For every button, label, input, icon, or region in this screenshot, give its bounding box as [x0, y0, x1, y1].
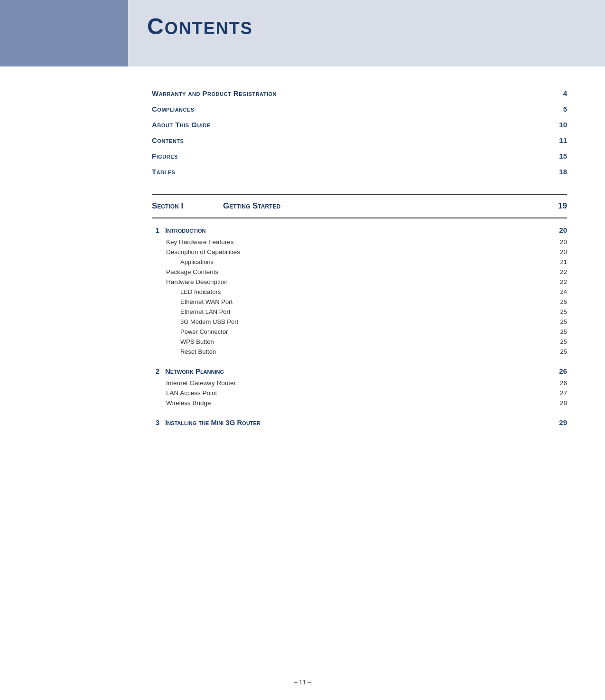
sub-page-hardware-desc: 22	[553, 278, 567, 285]
chapter-1-num-title: 1 Introduction	[152, 226, 205, 234]
toc-section: Warranty and Product Registration 4 Comp…	[152, 85, 567, 180]
page-title: CONTENTS	[147, 13, 586, 39]
deep-page-usb: 25	[553, 318, 567, 325]
ch1-sub-key-hardware: Key Hardware Features 20	[152, 237, 567, 247]
deep-title-lan: Ethernet LAN Port	[180, 308, 231, 315]
deep-title-power: Power Connector	[180, 328, 228, 335]
chapter-2-num-title: 2 Network Planning	[152, 367, 224, 375]
sub-title-lan-ap: LAN Access Point	[166, 389, 217, 397]
chapter-2-page: 26	[553, 367, 567, 375]
ch1-deep-reset: Reset Button 25	[152, 347, 567, 357]
sub-page-lan-ap: 27	[553, 389, 567, 397]
ch1-deep-usb: 3G Modem USB Port 25	[152, 317, 567, 327]
chapter-1-block: 1 Introduction 20 Key Hardware Features …	[152, 223, 567, 357]
page: CONTENTS Warranty and Product Registrati…	[0, 0, 605, 700]
deep-page-wan: 25	[553, 298, 567, 305]
toc-title-compliances: Compliances	[152, 105, 195, 113]
sub-page-desc-capabilities: 20	[553, 248, 567, 255]
sub-page-internet-gw: 26	[553, 379, 567, 387]
sub-title-internet-gw: Internet Gateway Router	[166, 379, 236, 387]
toc-page-contents: 11	[553, 136, 567, 144]
ch1-sub-desc-capabilities: Description of Capabilities 20	[152, 247, 567, 257]
deep-page-led: 24	[553, 288, 567, 295]
chapter-2-num: 2	[152, 367, 159, 375]
ch1-sub-hardware-desc: Hardware Description 22	[152, 277, 567, 287]
toc-page-figures: 15	[553, 152, 567, 160]
deep-title-led: LED Indicators	[180, 288, 221, 295]
deep-title-usb: 3G Modem USB Port	[180, 318, 238, 325]
ch2-sub-lan-ap: LAN Access Point 27	[152, 388, 567, 398]
toc-page-tables: 18	[553, 168, 567, 176]
chapter-2-row: 2 Network Planning 26	[152, 364, 567, 378]
chapter-3-title: Installing the Mini 3G Router	[165, 418, 261, 426]
header-banner: CONTENTS	[0, 0, 605, 66]
chapter-3-page: 29	[553, 418, 567, 426]
section-i-header: Section I Getting Started 19	[152, 195, 567, 218]
toc-title-tables: Tables	[152, 168, 175, 176]
toc-entry-figures: Figures 15	[152, 148, 567, 164]
section-i-page: 19	[553, 201, 567, 211]
footer-text: – 11 –	[294, 679, 311, 686]
ch1-deep-wps: WPS Button 25	[152, 337, 567, 347]
deep-title-reset: Reset Button	[180, 348, 216, 355]
ch2-sub-internet-gw: Internet Gateway Router 26	[152, 378, 567, 388]
ch1-sub-package-contents: Package Contents 22	[152, 267, 567, 277]
toc-title-figures: Figures	[152, 152, 178, 160]
toc-entry-contents: Contents 11	[152, 132, 567, 148]
section-i-label: Section I	[152, 201, 214, 211]
deep-page-wps: 25	[553, 338, 567, 345]
deep-title-applications: Applications	[180, 258, 214, 265]
toc-entry-warranty: Warranty and Product Registration 4	[152, 85, 567, 101]
sub-page-key-hardware: 20	[553, 238, 567, 246]
deep-title-wan: Ethernet WAN Port	[180, 298, 233, 305]
toc-entry-about: About This Guide 10	[152, 117, 567, 132]
chapter-1-title: Introduction	[165, 226, 205, 234]
deep-page-applications: 21	[553, 258, 567, 265]
deep-page-reset: 25	[553, 348, 567, 355]
ch2-sub-wireless-bridge: Wireless Bridge 28	[152, 398, 567, 408]
chapter-1-page: 20	[553, 226, 567, 234]
chapter-3-block: 3 Installing the Mini 3G Router 29	[152, 416, 567, 429]
sub-title-package-contents: Package Contents	[166, 268, 218, 275]
chapter-2-title: Network Planning	[165, 367, 224, 375]
sub-title-wireless-bridge: Wireless Bridge	[166, 399, 211, 407]
chapter-2-block: 2 Network Planning 26 Internet Gateway R…	[152, 364, 567, 408]
sub-page-wireless-bridge: 28	[553, 399, 567, 407]
sub-title-hardware-desc: Hardware Description	[166, 278, 228, 285]
deep-page-power: 25	[553, 328, 567, 335]
footer: – 11 –	[0, 669, 605, 691]
toc-page-about: 10	[553, 121, 567, 129]
ch1-deep-wan: Ethernet WAN Port 25	[152, 297, 567, 307]
deep-title-wps: WPS Button	[180, 338, 214, 345]
toc-title-about: About This Guide	[152, 121, 211, 129]
toc-title-contents: Contents	[152, 136, 184, 144]
chapter-3-num-title: 3 Installing the Mini 3G Router	[152, 418, 261, 426]
content-area: Warranty and Product Registration 4 Comp…	[0, 66, 605, 448]
sub-page-package-contents: 22	[553, 268, 567, 275]
header-title-area: CONTENTS	[128, 0, 605, 53]
deep-page-lan: 25	[553, 308, 567, 315]
toc-page-compliances: 5	[553, 105, 567, 113]
sub-title-desc-capabilities: Description of Capabilities	[166, 248, 240, 255]
toc-title-warranty: Warranty and Product Registration	[152, 89, 277, 97]
toc-page-warranty: 4	[553, 89, 567, 97]
ch1-deep-lan: Ethernet LAN Port 25	[152, 307, 567, 317]
toc-entry-compliances: Compliances 5	[152, 101, 567, 117]
chapter-1-num: 1	[152, 226, 159, 234]
ch1-deep-applications: Applications 21	[152, 257, 567, 267]
chapter-3-row: 3 Installing the Mini 3G Router 29	[152, 416, 567, 429]
header-sidebar-block	[0, 0, 128, 66]
chapter-1-row: 1 Introduction 20	[152, 223, 567, 237]
section-i-title: Getting Started	[223, 201, 553, 211]
sub-title-key-hardware: Key Hardware Features	[166, 238, 234, 246]
ch1-deep-power: Power Connector 25	[152, 327, 567, 337]
toc-entry-tables: Tables 18	[152, 164, 567, 180]
ch1-deep-led: LED Indicators 24	[152, 287, 567, 297]
chapter-3-num: 3	[152, 418, 159, 426]
